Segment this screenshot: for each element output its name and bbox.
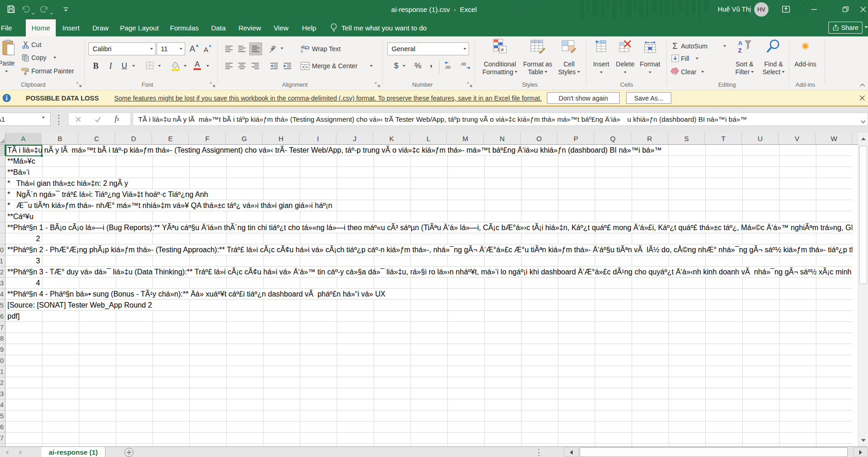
- row-header-23[interactable]: 23: [0, 388, 5, 399]
- row-header-12[interactable]: 12: [0, 267, 5, 278]
- row-1[interactable]: TÃ i liá»‡u nÃ y lÃ má»™t bÃ i táº-p kiá…: [6, 145, 858, 156]
- row-header-25[interactable]: 25: [0, 410, 5, 421]
- row-9[interactable]: 2: [6, 233, 858, 244]
- column-header-E[interactable]: E: [152, 133, 189, 144]
- increase-decimal-icon[interactable]: .00: [443, 59, 456, 72]
- row-header-13[interactable]: 13: [0, 278, 5, 289]
- row-header-3[interactable]: 3: [0, 167, 5, 178]
- dont-show-again-button[interactable]: Don't show again: [547, 92, 620, 104]
- cell-A4[interactable]: * Thá»i gian thá»±c hiá»‡n: 2 ngÃ y: [6, 178, 152, 189]
- column-header-D[interactable]: D: [116, 133, 152, 144]
- merge-center-icon[interactable]: [299, 59, 311, 72]
- row-27[interactable]: [6, 433, 858, 444]
- format-cells-button[interactable]: Format: [638, 38, 663, 88]
- tab-view[interactable]: View: [267, 19, 295, 36]
- alignment-dialog-launcher[interactable]: [375, 82, 381, 88]
- bold-button[interactable]: B: [91, 59, 101, 72]
- wrap-text-icon[interactable]: ab c: [299, 42, 311, 55]
- cell-A6[interactable]: * Æ¯u tiÃªn kiá»ƒm thá»- nhÆ° má»™t nhiá…: [6, 200, 337, 211]
- column-header-P[interactable]: P: [558, 133, 594, 144]
- insert-function-icon[interactable]: fx: [115, 114, 119, 123]
- row-header-21[interactable]: 21: [0, 366, 5, 377]
- decrease-indent-icon[interactable]: [268, 59, 280, 72]
- row-header-17[interactable]: 17: [0, 322, 5, 333]
- copy-caret-icon[interactable]: [53, 57, 56, 59]
- cell-A12[interactable]: **Pháº§n 3 - TÆ° duy vá» dá»¯ liá»‡u (Da…: [6, 267, 858, 277]
- merge-center-button[interactable]: Merge & Center: [312, 60, 358, 72]
- row-2[interactable]: **Má»¥c: [6, 156, 858, 167]
- row-header-9[interactable]: 9: [0, 233, 5, 244]
- row-header-19[interactable]: 19: [0, 344, 5, 355]
- font-color-caret-icon[interactable]: [206, 65, 209, 67]
- column-header-F[interactable]: F: [189, 133, 226, 144]
- row-18[interactable]: [6, 333, 858, 344]
- cell-A7[interactable]: **Cáº¥u: [6, 211, 42, 222]
- tab-insert[interactable]: Insert: [56, 19, 86, 36]
- delete-cells-button[interactable]: Delete: [614, 38, 637, 88]
- redo-caret-icon[interactable]: [50, 8, 53, 18]
- row-header-5[interactable]: 5: [0, 189, 5, 200]
- decrease-font-icon[interactable]: A▼: [203, 43, 213, 55]
- row-17[interactable]: [6, 322, 858, 333]
- paste-button[interactable]: Paste: [0, 38, 18, 88]
- column-header-O[interactable]: O: [521, 133, 557, 144]
- clear-button[interactable]: Clear: [681, 66, 696, 78]
- tab-formulas[interactable]: Formulas: [164, 19, 205, 36]
- font-name-combo[interactable]: Calibri: [88, 42, 156, 55]
- msgbar-message-link[interactable]: Some features might be lost if you save …: [114, 90, 542, 106]
- sort-filter-button[interactable]: A Z Sort & Filter: [730, 38, 759, 88]
- row-header-7[interactable]: 7: [0, 211, 5, 222]
- fill-button[interactable]: Fill: [681, 53, 689, 65]
- row-header-10[interactable]: 10: [0, 244, 5, 255]
- underline-button[interactable]: U: [120, 59, 129, 72]
- row-header-4[interactable]: 4: [0, 178, 5, 189]
- format-painter-icon[interactable]: [20, 67, 29, 75]
- font-color-icon[interactable]: A: [192, 59, 203, 72]
- increase-indent-icon[interactable]: [282, 59, 293, 72]
- cell-A10[interactable]: **Pháº§n 2 - PhÆ°Æ¡ng phÃ¡p kiá»ƒm thá»-…: [6, 244, 858, 255]
- borders-caret-icon[interactable]: [158, 65, 161, 67]
- hscroll-grip[interactable]: [537, 449, 540, 456]
- comma-style-icon[interactable]: ,: [428, 57, 435, 70]
- row-header-15[interactable]: 15: [0, 300, 5, 311]
- row-header-14[interactable]: 14: [0, 289, 5, 300]
- row-14[interactable]: **Pháº§n 4 - Pháº§n bá»• sung (Bonus - T…: [6, 289, 858, 300]
- orientation-caret-icon[interactable]: [281, 47, 283, 49]
- cell-A8[interactable]: **Pháº§n 1 - BÃ¡o cÃ¡o lá»—i (Bug Report…: [6, 222, 858, 233]
- italic-button[interactable]: I: [106, 59, 115, 72]
- column-header-L[interactable]: L: [411, 133, 447, 144]
- row-10[interactable]: **Pháº§n 2 - PhÆ°Æ¡ng phÃ¡p kiá»ƒm thá»-…: [6, 244, 858, 255]
- prev-sheet-icon[interactable]: [0, 447, 14, 457]
- align-left-icon[interactable]: [223, 59, 235, 72]
- row-7[interactable]: **Cáº¥u: [6, 211, 858, 222]
- vertical-scroll-thumb[interactable]: [859, 146, 867, 284]
- ribbon-display-options-button[interactable]: [775, 0, 797, 18]
- orientation-icon[interactable]: ab: [267, 42, 279, 55]
- cell-A16[interactable]: pdf]: [6, 311, 42, 321]
- cell-A14[interactable]: **Pháº§n 4 - Pháº§n bá»• sung (Bonus - T…: [6, 289, 411, 299]
- vertical-scrollbar[interactable]: [858, 133, 868, 446]
- undo-icon[interactable]: [21, 4, 30, 15]
- copy-button[interactable]: Copy: [31, 52, 47, 64]
- row-header-8[interactable]: 8: [0, 222, 5, 233]
- column-header-K[interactable]: K: [374, 133, 410, 144]
- format-as-table-button[interactable]: Format as Table: [521, 38, 555, 88]
- borders-icon[interactable]: [145, 60, 155, 71]
- row-header-2[interactable]: 2: [0, 156, 5, 167]
- row-26[interactable]: [6, 421, 858, 433]
- close-button[interactable]: [852, 0, 868, 18]
- cell-A13[interactable]: 4: [6, 278, 42, 288]
- row-16[interactable]: pdf]: [6, 311, 858, 322]
- row-21[interactable]: [6, 366, 858, 377]
- customize-qat-icon[interactable]: [63, 4, 69, 15]
- column-header-U[interactable]: U: [742, 133, 779, 144]
- row-header-16[interactable]: 16: [0, 311, 5, 322]
- formula-bar-grip[interactable]: [58, 115, 59, 125]
- increase-font-icon[interactable]: A▲: [189, 42, 200, 55]
- autosum-button[interactable]: AutoSum: [681, 40, 708, 52]
- row-header-22[interactable]: 22: [0, 377, 5, 388]
- name-box-caret-icon[interactable]: [42, 119, 45, 127]
- grid[interactable]: TÃ i liá»‡u nÃ y lÃ má»™t bÃ i táº-p kiá…: [6, 145, 858, 446]
- scroll-left-icon[interactable]: [564, 447, 579, 457]
- row-header-11[interactable]: 11: [0, 255, 5, 267]
